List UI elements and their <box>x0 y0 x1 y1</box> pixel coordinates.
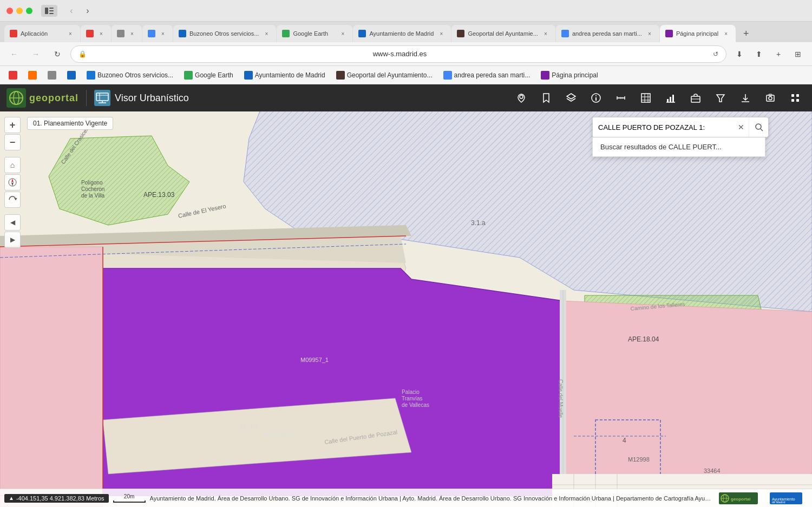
search-input[interactable] <box>593 117 734 137</box>
screenshot-tool-button[interactable] <box>760 88 781 108</box>
bookmark-2[interactable] <box>24 69 41 82</box>
svg-point-107 <box>756 124 761 129</box>
address-field[interactable]: 🔒 www-s.madrid.es ↺ <box>70 45 726 63</box>
share-button[interactable]: ⬆ <box>750 45 768 63</box>
download-button[interactable]: ⬇ <box>731 45 748 63</box>
tab-title-buzoneo: Buzoneo Otros servicios... <box>189 30 259 37</box>
home-button[interactable]: ⌂ <box>4 157 21 173</box>
svg-text:M09957_1: M09957_1 <box>300 357 329 363</box>
filter-tool-button[interactable] <box>710 88 731 108</box>
measure-tool-button[interactable] <box>611 88 631 108</box>
close-window-button[interactable] <box>6 8 13 14</box>
download-tool-button[interactable] <box>735 88 756 108</box>
spacer-2 <box>4 209 21 213</box>
bookmark-4[interactable] <box>63 69 80 82</box>
expand-icon: ▲ <box>9 495 14 501</box>
compass-button[interactable] <box>4 174 21 190</box>
scale-text: 20m <box>124 493 134 499</box>
back-nav-button[interactable]: ← <box>5 45 23 63</box>
tab-close-geoportal[interactable]: × <box>541 29 550 38</box>
browser-chrome: ‹ › Aplicación × × × × Buzoneo Otros ser… <box>0 0 812 84</box>
bookmark-1[interactable] <box>4 69 22 82</box>
zoom-out-button[interactable]: − <box>4 134 21 150</box>
bookmark-ayuntamiento[interactable]: Ayuntamiento de Madrid <box>240 69 330 82</box>
tab-ayuntamiento[interactable]: Ayuntamiento de Madrid × <box>353 25 451 42</box>
bookmark-google-earth[interactable]: Google Earth <box>180 69 238 82</box>
tab-3[interactable]: × <box>112 25 142 42</box>
tab-close-2[interactable]: × <box>97 29 106 38</box>
bookmark-favicon-geoportal2 <box>336 71 345 80</box>
tab-pagina-principal[interactable]: Página principal × <box>660 25 736 42</box>
add-tab-button[interactable]: + <box>770 45 787 63</box>
maximize-window-button[interactable] <box>26 8 32 14</box>
tab-close-4[interactable]: × <box>159 29 167 38</box>
bookmark-favicon-3 <box>48 71 56 80</box>
tab-geoportal[interactable]: Geoportal del Ayuntamie... × <box>451 25 555 42</box>
svg-rect-1 <box>49 8 54 9</box>
bookmark-andrea[interactable]: andrea pereda san marti... <box>439 69 535 82</box>
svg-text:3.1.a: 3.1.a <box>471 219 486 227</box>
info-tool-button[interactable] <box>586 88 606 108</box>
bookmark-3[interactable] <box>43 69 61 82</box>
tab-close-andrea[interactable]: × <box>645 29 654 38</box>
url-display: www-s.madrid.es <box>91 50 709 58</box>
svg-marker-105 <box>11 179 14 182</box>
menu-grid-tool-button[interactable] <box>785 88 806 108</box>
tab-close-3[interactable]: × <box>128 29 136 38</box>
sidebar-toggle-button[interactable] <box>41 5 57 17</box>
map-container[interactable]: APE.13.03 APE.18.04 API.18.12 APR.18.01 … <box>0 84 812 507</box>
tab-google-earth[interactable]: Google Earth × <box>277 25 352 42</box>
tab-favicon-1 <box>10 30 17 37</box>
forward-nav-button[interactable]: → <box>27 45 44 63</box>
svg-text:33464: 33464 <box>704 468 721 474</box>
bookmark-buzoneo[interactable]: Buzoneo Otros servicios... <box>82 69 178 82</box>
zoom-in-button[interactable]: + <box>4 117 21 133</box>
tab-close-ayuntamiento[interactable]: × <box>437 29 446 38</box>
pan-right-button[interactable]: ▶ <box>4 232 21 248</box>
rotate-icon <box>8 195 17 205</box>
bookmark-favicon-buzoneo <box>87 71 95 80</box>
forward-button[interactable]: › <box>80 3 95 18</box>
layer-indicator[interactable]: 01. Planeamiento Vigente <box>27 117 113 130</box>
tab-close-google-earth[interactable]: × <box>338 29 347 38</box>
svg-text:Calle del Muelle: Calle del Muelle <box>558 379 564 418</box>
minimize-window-button[interactable] <box>16 8 23 14</box>
chart-tool-button[interactable] <box>660 88 681 108</box>
bookmark-map-button[interactable] <box>536 88 556 108</box>
bookmark-geoportal[interactable]: Geoportal del Ayuntamiento... <box>332 69 437 82</box>
tab-close-pagina[interactable]: × <box>722 29 730 38</box>
search-result-item[interactable]: Buscar resultados de CALLE PUERT... <box>593 137 765 156</box>
new-tab-button[interactable]: + <box>738 26 754 41</box>
briefcase-tool-button[interactable] <box>685 88 706 108</box>
bookmark-favicon-4 <box>67 71 76 80</box>
navigation-arrows: ‹ › <box>64 3 95 18</box>
layers-tool-button[interactable] <box>561 88 581 108</box>
refresh-button[interactable]: ↻ <box>49 45 66 63</box>
tab-2[interactable]: × <box>81 25 111 42</box>
browser-menu-button[interactable]: ⊞ <box>789 45 807 63</box>
location-tool-button[interactable] <box>511 88 532 108</box>
pan-back-button[interactable]: ◀ <box>4 214 21 231</box>
tab-title-google-earth: Google Earth <box>293 30 335 37</box>
download-icon <box>740 93 751 103</box>
svg-marker-17 <box>0 247 103 507</box>
rotate-button[interactable] <box>4 192 21 208</box>
bookmark-favicon-google-earth <box>184 71 193 80</box>
svg-rect-103 <box>796 99 799 102</box>
search-clear-button[interactable]: ✕ <box>734 117 749 137</box>
search-submit-button[interactable] <box>749 117 768 137</box>
grid-tool-button[interactable] <box>636 88 656 108</box>
bookmark-label-buzoneo: Buzoneo Otros servicios... <box>97 71 173 79</box>
tab-4[interactable]: × <box>142 25 173 42</box>
tab-buzoneo[interactable]: Buzoneo Otros servicios... × <box>173 25 276 42</box>
reload-icon[interactable]: ↺ <box>713 50 718 58</box>
tab-andrea[interactable]: andrea pereda san marti... × <box>556 25 659 42</box>
back-button[interactable]: ‹ <box>64 3 79 18</box>
tab-close-buzoneo[interactable]: × <box>262 29 271 38</box>
tab-close-1[interactable]: × <box>66 29 75 38</box>
search-bar: ✕ <box>592 117 769 137</box>
bookmark-pagina-principal[interactable]: Página principal <box>536 69 602 82</box>
bookmark-favicon-pagina <box>541 71 549 80</box>
tab-1[interactable]: Aplicación × <box>4 25 80 42</box>
coordinates-display: ▲ -404.151,35 4.921.382,83 Metros <box>4 494 109 503</box>
